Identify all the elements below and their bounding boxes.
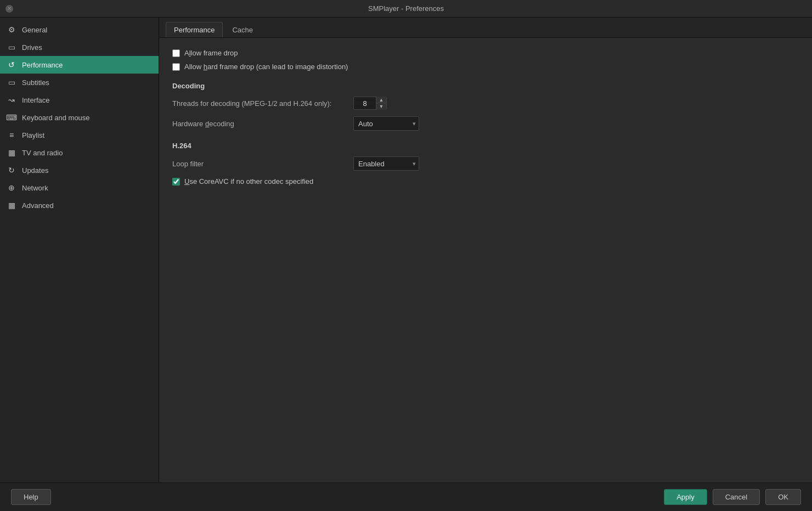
hardware-decoding-label: Hardware decoding (172, 120, 348, 128)
tab-performance[interactable]: Performance (166, 22, 223, 37)
sidebar-item-advanced[interactable]: ▦ Advanced (0, 196, 159, 214)
main-content: ⚙ General ▭ Drives ↺ Performance ▭ Subti… (0, 18, 812, 482)
sidebar-label-subtitles: Subtitles (22, 78, 49, 87)
allow-frame-drop-checkbox[interactable] (172, 49, 180, 57)
sidebar-item-playlist[interactable]: ≡ Playlist (0, 126, 159, 144)
h264-section: H.264 Loop filter Skip all Skip non-ref … (172, 142, 799, 186)
tv-radio-icon: ▦ (7, 148, 16, 158)
use-coreavc-row: Use CoreAVC if no other codec specified (172, 177, 799, 186)
tab-content-performance: AlAllow frame droplow frame drop Allow h… (159, 38, 812, 482)
right-buttons: Apply Cancel OK (664, 489, 801, 505)
hardware-decoding-row: Hardware decoding None Auto VDPAU VAAPI … (172, 116, 799, 131)
tab-cache[interactable]: Cache (224, 22, 261, 37)
updates-icon: ↻ (7, 165, 16, 175)
performance-icon: ↺ (7, 60, 16, 70)
subtitles-icon: ▭ (7, 77, 16, 87)
network-icon: ⊕ (7, 183, 16, 193)
sidebar-item-network[interactable]: ⊕ Network (0, 179, 159, 196)
sidebar-label-advanced: Advanced (22, 201, 54, 210)
help-button[interactable]: Help (11, 489, 51, 505)
drives-icon: ▭ (7, 42, 16, 52)
sidebar-label-performance: Performance (22, 61, 63, 69)
keyboard-mouse-icon: ⌨ (7, 113, 16, 122)
tabs-bar: Performance Cache (159, 18, 812, 38)
allow-hard-frame-drop-row: Allow hard frame drop (can lead to image… (172, 63, 799, 71)
threads-decrement-button[interactable]: ▼ (376, 103, 386, 110)
general-icon: ⚙ (7, 25, 16, 35)
cancel-button[interactable]: Cancel (713, 489, 760, 505)
loop-filter-select-wrap: Skip all Skip non-ref Skip non-key Enabl… (353, 156, 419, 171)
sidebar-item-subtitles[interactable]: ▭ Subtitles (0, 74, 159, 91)
loop-filter-label: Loop filter (172, 160, 348, 168)
use-coreavc-label: Use CoreAVC if no other codec specified (184, 177, 313, 186)
threads-input[interactable] (354, 98, 376, 109)
ok-button[interactable]: OK (765, 489, 801, 505)
close-button[interactable]: ✕ (5, 5, 13, 13)
threads-increment-button[interactable]: ▲ (376, 97, 386, 103)
sidebar-item-tv-radio[interactable]: ▦ TV and radio (0, 144, 159, 161)
hardware-decoding-select-wrap: None Auto VDPAU VAAPI DXVA2 (353, 116, 419, 131)
sidebar-item-general[interactable]: ⚙ General (0, 21, 159, 38)
window-title: SMPlayer - Preferences (368, 4, 444, 13)
allow-hard-frame-drop-checkbox[interactable] (172, 63, 180, 71)
loop-filter-row: Loop filter Skip all Skip non-ref Skip n… (172, 156, 799, 171)
sidebar-item-interface[interactable]: ↝ Interface (0, 91, 159, 109)
h264-title: H.264 (172, 142, 799, 150)
hardware-decoding-select[interactable]: None Auto VDPAU VAAPI DXVA2 (353, 116, 419, 131)
sidebar-item-updates[interactable]: ↻ Updates (0, 161, 159, 179)
sidebar-label-general: General (22, 26, 47, 34)
threads-label: Threads for decoding (MPEG-1/2 and H.264… (172, 99, 348, 108)
decoding-title: Decoding (172, 82, 799, 90)
right-panel: Performance Cache AlAllow frame droplow … (159, 18, 812, 482)
sidebar-item-drives[interactable]: ▭ Drives (0, 38, 159, 56)
sidebar-label-keyboard-mouse: Keyboard and mouse (22, 114, 90, 122)
title-bar: ✕ SMPlayer - Preferences (0, 0, 812, 18)
advanced-icon: ▦ (7, 200, 16, 210)
allow-hard-frame-drop-label: Allow hard frame drop (can lead to image… (184, 63, 348, 71)
sidebar-label-interface: Interface (22, 96, 50, 104)
bottom-bar: Help Apply Cancel OK (0, 482, 812, 511)
sidebar-label-drives: Drives (22, 43, 42, 52)
sidebar-item-keyboard-mouse[interactable]: ⌨ Keyboard and mouse (0, 109, 159, 126)
sidebar-label-playlist: Playlist (22, 131, 44, 139)
playlist-icon: ≡ (7, 130, 16, 140)
apply-button[interactable]: Apply (664, 489, 707, 505)
sidebar-label-updates: Updates (22, 166, 48, 175)
spinbox-buttons: ▲ ▼ (376, 97, 386, 110)
decoding-section: Decoding Threads for decoding (MPEG-1/2 … (172, 82, 799, 131)
sidebar: ⚙ General ▭ Drives ↺ Performance ▭ Subti… (0, 18, 159, 482)
use-coreavc-checkbox[interactable] (172, 178, 180, 186)
loop-filter-select[interactable]: Skip all Skip non-ref Skip non-key Enabl… (353, 156, 419, 171)
threads-row: Threads for decoding (MPEG-1/2 and H.264… (172, 97, 799, 110)
general-checkboxes: AlAllow frame droplow frame drop Allow h… (172, 49, 799, 71)
allow-frame-drop-label: AlAllow frame droplow frame drop (184, 49, 238, 57)
interface-icon: ↝ (7, 95, 16, 105)
sidebar-label-tv-radio: TV and radio (22, 149, 63, 157)
allow-frame-drop-row: AlAllow frame droplow frame drop (172, 49, 799, 57)
sidebar-label-network: Network (22, 184, 48, 192)
threads-spinbox: ▲ ▼ (353, 97, 387, 110)
sidebar-item-performance[interactable]: ↺ Performance (0, 56, 159, 74)
